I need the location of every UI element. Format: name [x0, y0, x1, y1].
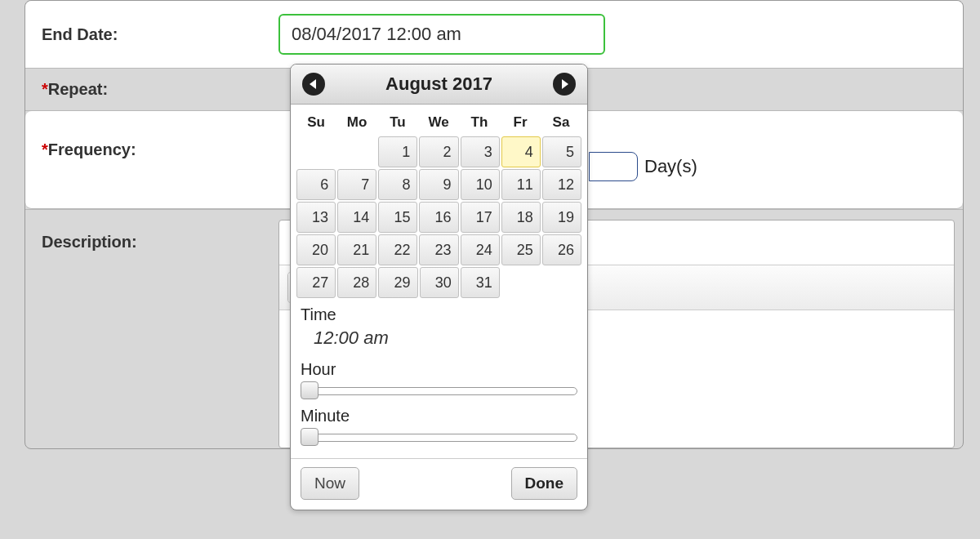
- calendar-day[interactable]: 3: [461, 136, 500, 167]
- hour-slider[interactable]: [301, 381, 577, 400]
- calendar-day[interactable]: 2: [419, 136, 458, 167]
- frequency-label: *Frequency:: [25, 111, 278, 171]
- calendar-day[interactable]: 20: [296, 234, 336, 265]
- time-value: 12:00 am: [301, 324, 577, 357]
- calendar-day[interactable]: 27: [296, 267, 336, 298]
- description-label: Description:: [25, 210, 278, 263]
- calendar-day[interactable]: 30: [420, 267, 459, 298]
- end-date-input[interactable]: [278, 14, 605, 55]
- calendar-day[interactable]: 14: [337, 202, 376, 233]
- triangle-left-icon: [310, 79, 316, 89]
- calendar-day[interactable]: 18: [501, 202, 541, 233]
- calendar-day[interactable]: 26: [542, 234, 581, 265]
- triangle-right-icon: [562, 79, 568, 89]
- day-of-week-header: Th: [459, 109, 500, 136]
- day-of-week-header: We: [418, 109, 459, 136]
- calendar-day[interactable]: 7: [337, 169, 376, 200]
- calendar-day[interactable]: 5: [542, 136, 581, 167]
- minute-label: Minute: [301, 407, 577, 425]
- frequency-unit: Day(s): [644, 156, 697, 177]
- calendar-day[interactable]: 16: [419, 202, 458, 233]
- calendar-grid: SuMoTuWeThFrSa12345678910111213141516171…: [291, 105, 587, 301]
- calendar-day[interactable]: 31: [461, 267, 500, 298]
- day-of-week-header: Tu: [377, 109, 418, 136]
- calendar-day[interactable]: 9: [419, 169, 458, 200]
- calendar-day[interactable]: 21: [337, 234, 376, 265]
- calendar-day[interactable]: 24: [461, 234, 500, 265]
- prev-month-button[interactable]: [302, 73, 325, 96]
- calendar-day[interactable]: 13: [296, 202, 336, 233]
- end-date-label: End Date:: [25, 14, 278, 56]
- calendar-day[interactable]: 12: [542, 169, 581, 200]
- calendar-day[interactable]: 19: [542, 202, 581, 233]
- calendar-day[interactable]: 25: [501, 234, 541, 265]
- day-of-week-header: Sa: [541, 109, 581, 136]
- minute-slider-handle[interactable]: [301, 428, 318, 446]
- done-button[interactable]: Done: [511, 467, 578, 500]
- datepicker-title: August 2017: [385, 74, 492, 95]
- now-button[interactable]: Now: [301, 467, 359, 500]
- calendar-day[interactable]: 23: [419, 234, 458, 265]
- day-of-week-header: Mo: [336, 109, 377, 136]
- minute-slider[interactable]: [301, 427, 577, 447]
- calendar-day[interactable]: 8: [378, 169, 417, 200]
- calendar-day[interactable]: 17: [461, 202, 500, 233]
- repeat-label: *Repeat:: [25, 69, 278, 110]
- calendar-day[interactable]: 4: [501, 136, 541, 167]
- calendar-day[interactable]: 15: [378, 202, 417, 233]
- hour-slider-handle[interactable]: [301, 381, 318, 399]
- day-of-week-header: Su: [296, 109, 336, 136]
- calendar-day[interactable]: 22: [378, 234, 417, 265]
- calendar-day[interactable]: 10: [461, 169, 500, 200]
- calendar-day[interactable]: 28: [337, 267, 376, 298]
- calendar-day[interactable]: 6: [296, 169, 336, 200]
- day-of-week-header: Fr: [500, 109, 541, 136]
- calendar-day[interactable]: 1: [378, 136, 417, 167]
- hour-label: Hour: [301, 360, 577, 379]
- next-month-button[interactable]: [553, 73, 576, 96]
- calendar-day[interactable]: 29: [378, 267, 417, 298]
- frequency-input[interactable]: [589, 152, 638, 181]
- datepicker-popup: August 2017 SuMoTuWeThFrSa12345678910111…: [290, 64, 588, 510]
- calendar-day[interactable]: 11: [501, 169, 541, 200]
- time-label: Time: [301, 305, 577, 324]
